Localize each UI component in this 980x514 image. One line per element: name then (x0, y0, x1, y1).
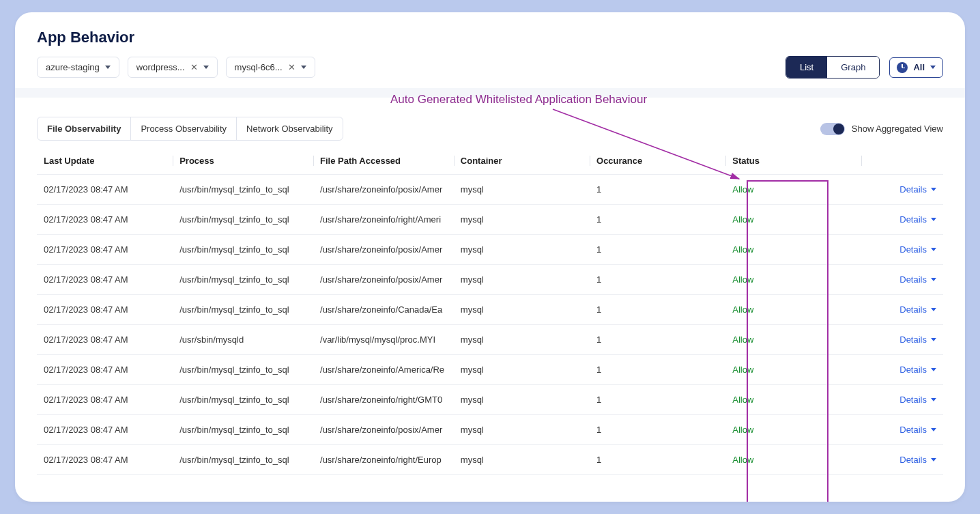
cell-occurance: 1 (590, 235, 725, 265)
observability-tabs: File Observability Process Observability… (37, 117, 343, 141)
cell-occurance: 1 (590, 415, 725, 445)
cell-occurance: 1 (590, 385, 725, 415)
cell-file-path: /usr/share/zoneinfo/right/GMT0 (313, 385, 454, 415)
table-row: 02/17/2023 08:47 AM/usr/bin/mysql_tzinfo… (37, 175, 943, 205)
status-badge: Allow (732, 455, 753, 465)
tab-process-observability[interactable]: Process Observability (130, 117, 236, 140)
cell-file-path: /var/lib/mysql/mysql/proc.MYI (313, 325, 454, 355)
details-button[interactable]: Details (899, 304, 936, 315)
tab-network-observability[interactable]: Network Observability (236, 117, 342, 140)
cell-container: mysql (454, 355, 590, 385)
cell-process: /usr/sbin/mysqld (173, 325, 313, 355)
cell-status: Allow (725, 295, 861, 325)
details-button[interactable]: Details (899, 184, 936, 195)
cell-file-path: /usr/share/zoneinfo/Canada/Ea (313, 295, 454, 325)
cell-last-update: 02/17/2023 08:47 AM (37, 385, 173, 415)
status-badge: Allow (732, 425, 753, 435)
cell-container: mysql (454, 385, 590, 415)
chevron-down-icon (931, 338, 936, 341)
section-divider (15, 88, 965, 98)
cell-file-path: /usr/share/zoneinfo/posix/Amer (313, 235, 454, 265)
cell-process: /usr/bin/mysql_tzinfo_to_sql (173, 235, 313, 265)
close-icon[interactable]: ✕ (288, 62, 296, 72)
col-process[interactable]: Process (173, 146, 313, 175)
cell-occurance: 1 (590, 175, 725, 205)
cell-last-update: 02/17/2023 08:47 AM (37, 415, 173, 445)
clock-icon (897, 62, 908, 73)
cell-status: Allow (725, 415, 861, 445)
cell-container: mysql (454, 295, 590, 325)
cell-file-path: /usr/share/zoneinfo/right/Ameri (313, 205, 454, 235)
table-row: 02/17/2023 08:47 AM/usr/bin/mysql_tzinfo… (37, 385, 943, 415)
cell-process: /usr/bin/mysql_tzinfo_to_sql (173, 385, 313, 415)
col-file-path[interactable]: File Path Accessed (313, 146, 454, 175)
details-button[interactable]: Details (899, 244, 936, 255)
filter-db[interactable]: mysql-6c6... ✕ (226, 57, 315, 78)
cell-process: /usr/bin/mysql_tzinfo_to_sql (173, 355, 313, 385)
details-button[interactable]: Details (899, 334, 936, 345)
details-button[interactable]: Details (899, 365, 936, 375)
cell-container: mysql (454, 445, 590, 475)
status-badge: Allow (732, 365, 753, 375)
details-button[interactable]: Details (899, 455, 936, 465)
cell-last-update: 02/17/2023 08:47 AM (37, 265, 173, 295)
chevron-down-icon (931, 398, 936, 401)
cell-status: Allow (725, 265, 861, 295)
cell-status: Allow (725, 175, 861, 205)
details-button[interactable]: Details (899, 274, 936, 285)
chevron-down-icon (931, 368, 936, 371)
col-container[interactable]: Container (454, 146, 590, 175)
view-toggle: List Graph (786, 56, 880, 78)
cell-last-update: 02/17/2023 08:47 AM (37, 445, 173, 475)
col-occurance[interactable]: Occurance (590, 146, 725, 175)
cell-process: /usr/bin/mysql_tzinfo_to_sql (173, 295, 313, 325)
chevron-down-icon (301, 66, 306, 69)
details-button[interactable]: Details (899, 395, 936, 405)
aggregated-view-toggle[interactable] (820, 123, 845, 135)
table-row: 02/17/2023 08:47 AM/usr/bin/mysql_tzinfo… (37, 265, 943, 295)
view-list-button[interactable]: List (786, 57, 827, 78)
cell-last-update: 02/17/2023 08:47 AM (37, 205, 173, 235)
status-badge: Allow (732, 395, 753, 405)
details-button[interactable]: Details (899, 425, 936, 435)
chevron-down-icon (105, 66, 111, 69)
filter-app[interactable]: wordpress... ✕ (128, 57, 218, 78)
chevron-down-icon (203, 66, 209, 69)
chevron-down-icon (931, 458, 936, 461)
col-last-update[interactable]: Last Update (37, 146, 173, 175)
cell-status: Allow (725, 235, 861, 265)
cell-file-path: /usr/share/zoneinfo/right/Europ (313, 445, 454, 475)
view-graph-button[interactable]: Graph (827, 57, 879, 78)
cell-last-update: 02/17/2023 08:47 AM (37, 175, 173, 205)
chevron-down-icon (931, 248, 936, 251)
status-badge: Allow (732, 214, 753, 225)
table-row: 02/17/2023 08:47 AM/usr/bin/mysql_tzinfo… (37, 205, 943, 235)
filter-env[interactable]: azure-staging (37, 57, 119, 78)
cell-last-update: 02/17/2023 08:47 AM (37, 235, 173, 265)
cell-occurance: 1 (590, 325, 725, 355)
table-row: 02/17/2023 08:47 AM/usr/bin/mysql_tzinfo… (37, 415, 943, 445)
cell-process: /usr/bin/mysql_tzinfo_to_sql (173, 445, 313, 475)
cell-status: Allow (725, 355, 861, 385)
table-row: 02/17/2023 08:47 AM/usr/bin/mysql_tzinfo… (37, 235, 943, 265)
cell-container: mysql (454, 175, 590, 205)
cell-process: /usr/bin/mysql_tzinfo_to_sql (173, 415, 313, 445)
tab-file-observability[interactable]: File Observability (38, 117, 130, 140)
table-row: 02/17/2023 08:47 AM/usr/bin/mysql_tzinfo… (37, 355, 943, 385)
cell-occurance: 1 (590, 205, 725, 235)
aggregated-view-label: Show Aggregated View (852, 124, 943, 134)
details-button[interactable]: Details (899, 214, 936, 225)
cell-container: mysql (454, 235, 590, 265)
cell-occurance: 1 (590, 295, 725, 325)
close-icon[interactable]: ✕ (190, 62, 198, 72)
cell-file-path: /usr/share/zoneinfo/America/Re (313, 355, 454, 385)
col-status[interactable]: Status (725, 146, 861, 175)
time-range-button[interactable]: All (889, 57, 943, 78)
cell-file-path: /usr/share/zoneinfo/posix/Amer (313, 265, 454, 295)
cell-last-update: 02/17/2023 08:47 AM (37, 355, 173, 385)
table-row: 02/17/2023 08:47 AM/usr/bin/mysql_tzinfo… (37, 445, 943, 475)
cell-last-update: 02/17/2023 08:47 AM (37, 325, 173, 355)
filter-bar: azure-staging wordpress... ✕ mysql-6c6..… (37, 57, 315, 78)
cell-status: Allow (725, 325, 861, 355)
status-badge: Allow (732, 304, 753, 315)
